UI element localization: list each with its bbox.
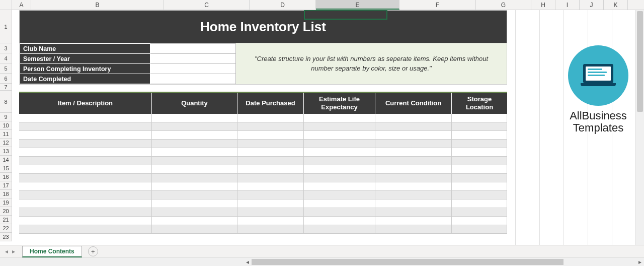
row-header-21[interactable]: 21 (0, 216, 12, 224)
table-row[interactable] (19, 131, 507, 140)
row-header-11[interactable]: 11 (0, 130, 12, 139)
row-header-8[interactable]: 8 (0, 91, 12, 113)
sheet-tab-active[interactable]: Home Contents (22, 246, 82, 257)
table-cell[interactable] (237, 191, 304, 200)
table-cell[interactable] (152, 122, 237, 131)
table-cell[interactable] (152, 140, 237, 148)
table-cell[interactable] (452, 140, 507, 148)
table-row[interactable] (19, 148, 507, 157)
table-cell[interactable] (304, 122, 375, 131)
table-cell[interactable] (152, 174, 237, 182)
table-cell[interactable] (452, 208, 507, 217)
sheet-tab-bar[interactable]: ◂ ▸ Home Contents + (0, 245, 644, 257)
hscroll-track[interactable] (252, 259, 635, 265)
table-cell[interactable] (452, 191, 507, 200)
table-row[interactable] (19, 225, 507, 234)
table-row[interactable] (19, 208, 507, 217)
table-cell[interactable] (152, 148, 237, 157)
column-headers[interactable]: ABCDEFGHIJK (0, 0, 644, 10)
table-cell[interactable] (375, 140, 452, 148)
add-sheet-button[interactable]: + (88, 246, 98, 256)
row-header-22[interactable]: 22 (0, 224, 12, 233)
column-header-G[interactable]: G (476, 0, 531, 10)
row-header-1[interactable]: 1 (0, 10, 12, 43)
table-cell[interactable] (152, 182, 237, 191)
column-header-J[interactable]: J (580, 0, 604, 10)
row-headers[interactable]: 134567891011121314151617181920212223 (0, 10, 12, 241)
table-cell[interactable] (375, 114, 452, 122)
table-cell[interactable] (19, 200, 152, 208)
row-header-20[interactable]: 20 (0, 207, 12, 216)
table-cell[interactable] (237, 225, 304, 234)
tab-prev-icon[interactable]: ◂ (4, 247, 9, 256)
table-cell[interactable] (375, 174, 452, 182)
row-header-7[interactable]: 7 (0, 84, 12, 91)
table-cell[interactable] (152, 217, 237, 225)
table-cell[interactable] (375, 200, 452, 208)
input-person[interactable] (150, 64, 236, 74)
table-cell[interactable] (19, 182, 152, 191)
table-cell[interactable] (452, 225, 507, 234)
table-cell[interactable] (152, 131, 237, 140)
column-header-A[interactable]: A (12, 0, 31, 10)
table-cell[interactable] (237, 182, 304, 191)
worksheet-area[interactable]: Home Inventory List Club Name Semester /… (12, 10, 635, 245)
table-cell[interactable] (452, 114, 507, 122)
row-header-15[interactable]: 15 (0, 164, 12, 173)
table-cell[interactable] (304, 148, 375, 157)
column-header-C[interactable]: C (164, 0, 250, 10)
table-cell[interactable] (152, 114, 237, 122)
column-header-K[interactable]: K (604, 0, 628, 10)
column-header-H[interactable]: H (531, 0, 555, 10)
table-row[interactable] (19, 217, 507, 225)
table-cell[interactable] (237, 131, 304, 140)
table-cell[interactable] (452, 174, 507, 182)
table-cell[interactable] (375, 217, 452, 225)
table-cell[interactable] (375, 182, 452, 191)
table-cell[interactable] (152, 165, 237, 174)
table-cell[interactable] (19, 217, 152, 225)
table-cell[interactable] (304, 217, 375, 225)
table-cell[interactable] (375, 225, 452, 234)
table-row[interactable] (19, 165, 507, 174)
table-cell[interactable] (304, 131, 375, 140)
table-row[interactable] (19, 157, 507, 165)
table-cell[interactable] (452, 148, 507, 157)
table-cell[interactable] (19, 140, 152, 148)
table-cell[interactable] (452, 200, 507, 208)
column-header-D[interactable]: D (250, 0, 316, 10)
table-cell[interactable] (452, 131, 507, 140)
hscroll-thumb[interactable] (252, 259, 564, 265)
table-cell[interactable] (19, 148, 152, 157)
table-body[interactable] (19, 114, 507, 234)
row-header-14[interactable]: 14 (0, 156, 12, 164)
table-cell[interactable] (152, 191, 237, 200)
column-header-I[interactable]: I (555, 0, 580, 10)
table-row[interactable] (19, 182, 507, 191)
table-cell[interactable] (237, 157, 304, 165)
table-cell[interactable] (237, 148, 304, 157)
table-row[interactable] (19, 114, 507, 122)
table-cell[interactable] (19, 174, 152, 182)
table-cell[interactable] (375, 191, 452, 200)
row-header-3[interactable]: 3 (0, 43, 12, 53)
table-cell[interactable] (375, 208, 452, 217)
table-cell[interactable] (237, 165, 304, 174)
table-cell[interactable] (19, 157, 152, 165)
horizontal-scrollbar[interactable]: ◂ ▸ (0, 257, 644, 266)
table-cell[interactable] (452, 182, 507, 191)
table-cell[interactable] (152, 157, 237, 165)
table-cell[interactable] (375, 148, 452, 157)
row-header-16[interactable]: 16 (0, 173, 12, 181)
table-cell[interactable] (237, 174, 304, 182)
select-all-corner[interactable] (0, 0, 12, 10)
table-cell[interactable] (452, 217, 507, 225)
table-cell[interactable] (304, 157, 375, 165)
tab-next-icon[interactable]: ▸ (11, 247, 16, 256)
table-cell[interactable] (237, 208, 304, 217)
table-row[interactable] (19, 122, 507, 131)
table-row[interactable] (19, 174, 507, 182)
row-header-10[interactable]: 10 (0, 121, 12, 130)
row-header-9[interactable]: 9 (0, 113, 12, 121)
table-cell[interactable] (304, 200, 375, 208)
